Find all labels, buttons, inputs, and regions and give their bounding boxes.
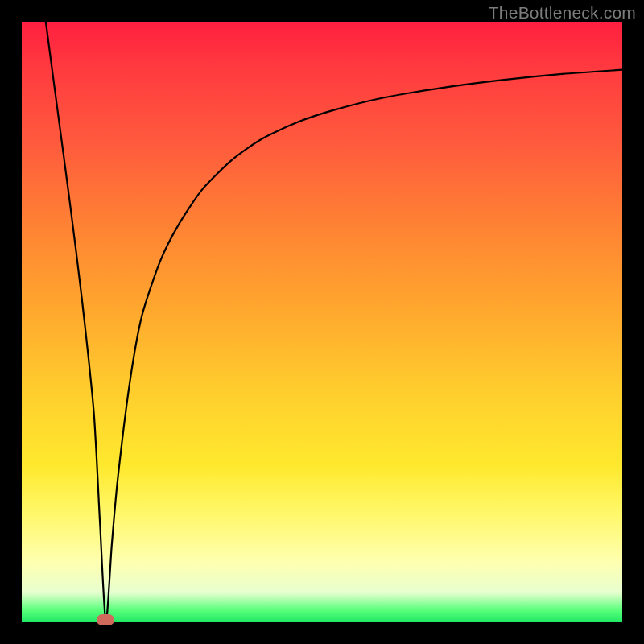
curve-svg bbox=[22, 22, 622, 622]
watermark-label: TheBottleneck.com bbox=[489, 3, 636, 23]
bottleneck-curve bbox=[46, 22, 622, 622]
chart-frame: TheBottleneck.com bbox=[0, 0, 644, 644]
plot-area bbox=[22, 22, 622, 622]
minimum-marker bbox=[97, 614, 114, 625]
